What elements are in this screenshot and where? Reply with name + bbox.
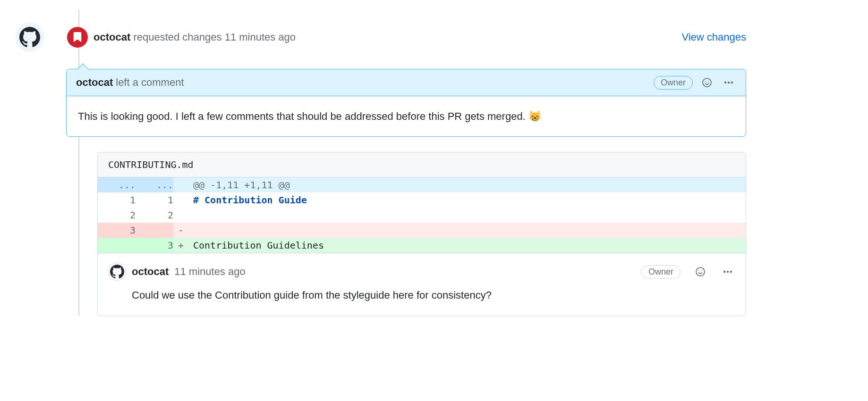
code-line: Contribution Guidelines (188, 238, 746, 253)
new-line-num (136, 223, 173, 238)
view-changes-link[interactable]: View changes (681, 31, 746, 43)
owner-badge: Owner (654, 76, 693, 90)
reviewer-username[interactable]: octocat (94, 31, 130, 43)
diff-marker (173, 208, 188, 223)
avatar[interactable] (108, 263, 126, 281)
diff-row[interactable]: 2 2 (98, 208, 746, 223)
svg-point-5 (731, 82, 733, 84)
old-line-num: 3 (98, 223, 136, 238)
diff-marker (173, 192, 188, 208)
avatar[interactable] (15, 23, 44, 52)
svg-point-10 (727, 271, 729, 273)
inline-comment-body: Could we use the Contribution guide from… (108, 281, 735, 301)
svg-point-8 (701, 270, 702, 271)
review-comment-box: octocat left a comment Owner This is loo… (66, 69, 746, 137)
new-line-num: 2 (136, 208, 173, 223)
expand-hunk[interactable]: ... (98, 177, 136, 192)
diff-table: ... ... @@ -1,11 +1,11 @@ 1 1 # Contribu… (98, 177, 746, 253)
diff-row-deletion[interactable]: 3 - (98, 223, 746, 238)
timeline-line (78, 9, 79, 316)
svg-point-11 (730, 271, 732, 273)
old-line-num: 2 (98, 208, 136, 223)
review-summary: octocat requested changes 11 minutes ago (94, 31, 676, 43)
reaction-icon[interactable] (693, 264, 708, 279)
comment-header: octocat left a comment Owner (67, 69, 746, 96)
kebab-icon[interactable] (720, 264, 735, 279)
diff-row-addition[interactable]: 3 + Contribution Guidelines (98, 238, 746, 253)
svg-point-1 (705, 81, 706, 82)
diff-marker: - (173, 223, 188, 238)
comment-action: left a comment (116, 76, 184, 89)
changes-requested-icon (67, 27, 88, 48)
svg-point-0 (703, 78, 711, 87)
old-line-num (98, 238, 136, 253)
file-diff-box: CONTRIBUTING.md ... ... @@ -1,11 +1,11 @… (97, 152, 746, 316)
comment-body: This is looking good. I left a few comme… (67, 96, 746, 136)
svg-point-7 (698, 270, 699, 271)
code-line (188, 223, 746, 238)
svg-point-6 (696, 267, 705, 276)
review-header: octocat requested changes 11 minutes ago… (9, 9, 746, 52)
hunk-header: @@ -1,11 +1,11 @@ (188, 177, 746, 192)
octocat-icon (110, 265, 124, 279)
review-time[interactable]: 11 minutes ago (225, 31, 296, 43)
svg-point-9 (723, 271, 725, 273)
hunk-header-row[interactable]: ... ... @@ -1,11 +1,11 @@ (98, 177, 746, 192)
review-action: requested changes (133, 31, 221, 43)
svg-point-4 (728, 82, 730, 84)
kebab-icon[interactable] (721, 75, 736, 90)
comment-username[interactable]: octocat (76, 76, 113, 89)
svg-point-2 (708, 81, 709, 82)
file-name[interactable]: CONTRIBUTING.md (98, 152, 746, 177)
octocat-icon (19, 27, 40, 48)
code-line: # Contribution Guide (188, 192, 746, 208)
old-line-num: 1 (98, 192, 136, 208)
new-line-num: 3 (136, 238, 173, 253)
inline-comment-header: octocat 11 minutes ago Owner (108, 263, 735, 281)
inline-time[interactable]: 11 minutes ago (174, 266, 245, 278)
reaction-icon[interactable] (699, 75, 715, 90)
diff-row[interactable]: 1 1 # Contribution Guide (98, 192, 746, 208)
diff-marker: + (173, 238, 188, 253)
inline-comment: octocat 11 minutes ago Owner Could we us… (98, 253, 746, 316)
svg-point-3 (724, 82, 726, 84)
owner-badge: Owner (641, 265, 681, 279)
code-line (188, 208, 746, 223)
new-line-num: 1 (136, 192, 173, 208)
expand-hunk[interactable]: ... (136, 177, 173, 192)
inline-username[interactable]: octocat (132, 266, 169, 278)
